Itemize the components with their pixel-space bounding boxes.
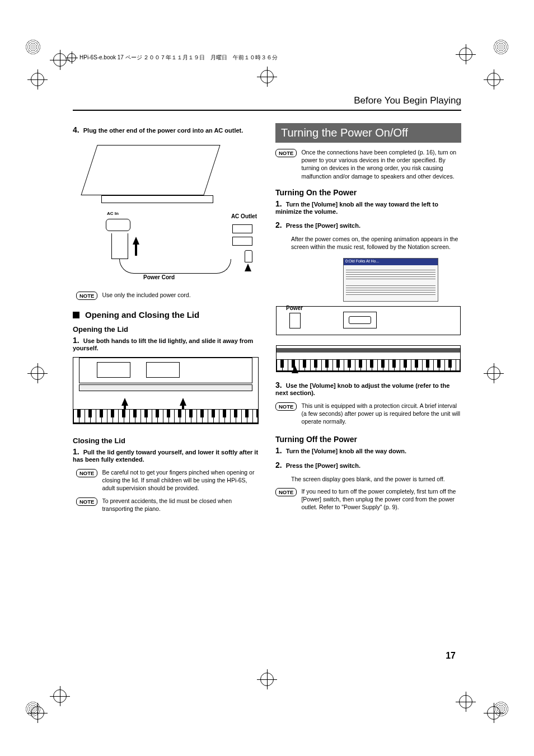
note-protection: NOTE This unit is equipped with a protec… — [275, 402, 461, 426]
note-badge: NOTE — [76, 469, 97, 477]
turning-on-heading: Turning On the Power — [275, 188, 461, 197]
page-header: Before You Begin Playing — [73, 95, 461, 111]
step-number: 2. — [275, 220, 282, 229]
step-number: 1. — [73, 447, 79, 456]
note-badge: NOTE — [275, 402, 297, 411]
subsection-lid: Opening and Closing the Lid — [73, 310, 259, 320]
step-text: Pull the lid gently toward yourself, and… — [73, 449, 258, 463]
subsection-title: Opening and Closing the Lid — [85, 310, 199, 320]
closing-step-1: 1. Pull the lid gently toward yourself, … — [73, 447, 259, 463]
step-number: 1. — [73, 336, 79, 345]
crop-marks-bottom — [0, 692, 534, 725]
on-step-3: 3. Use the [Volume] knob to adjust the v… — [275, 381, 461, 396]
off-step-2-body: The screen display goes blank, and the p… — [291, 475, 461, 483]
note-text: If you need to turn off the power comple… — [301, 487, 461, 511]
step-number: 1. — [275, 446, 282, 455]
note-unplug: NOTE If you need to turn off the power c… — [275, 487, 461, 511]
note-transport: NOTE To prevent accidents, the lid must … — [76, 497, 259, 513]
step-text: Plug the other end of the power cord int… — [83, 127, 243, 134]
doc-meta-text: HPi-6S-e.book 17 ページ ２００７年１１月１９日 月曜日 午前１… — [79, 54, 278, 62]
page-title: Before You Begin Playing — [354, 95, 461, 106]
registration-mark-icon — [487, 73, 500, 86]
step-number: 2. — [275, 461, 282, 469]
note-badge: NOTE — [275, 149, 297, 157]
closing-heading: Closing the Lid — [73, 436, 259, 445]
step-text: Use the [Volume] knob to adjust the volu… — [275, 382, 449, 396]
note-text: Use only the included power cord. — [102, 291, 190, 299]
note-badge: NOTE — [275, 488, 297, 496]
registration-mark-icon — [459, 48, 472, 61]
doc-meta-line: HPi-6S-e.book 17 ページ ２００７年１１月１９日 月曜日 午前１… — [67, 53, 278, 62]
registration-mark-icon — [31, 73, 44, 86]
note-power-cord: NOTE Use only the included power cord. — [76, 291, 259, 300]
step-text: Press the [Power] switch. — [286, 462, 360, 469]
note-fingers: NOTE Be careful not to get your fingers … — [76, 468, 259, 492]
note-badge: NOTE — [76, 497, 97, 506]
registration-mark-icon — [260, 70, 274, 83]
note-badge: NOTE — [76, 292, 97, 300]
off-step-1: 1. Turn the [Volume] knob all the way do… — [275, 446, 461, 455]
step-number: 4. — [73, 125, 79, 134]
on-step-2-body: After the power comes on, the opening an… — [291, 235, 461, 251]
page-content: 4. Plug the other end of the power cord … — [73, 123, 461, 644]
step-number: 1. — [275, 199, 282, 208]
registration-mark-icon — [487, 367, 500, 380]
note-text: Once the connections have been completed… — [301, 148, 461, 180]
figure-power-on: 0:Old Folks At Ho... Power — [275, 255, 461, 373]
power-cord-label: Power Cord — [143, 274, 175, 280]
note-text: Be careful not to get your fingers pinch… — [102, 468, 259, 492]
opening-heading: Opening the Lid — [73, 325, 259, 334]
registration-mark-icon — [260, 673, 274, 686]
opening-step-1: 1. Use both hands to lift the lid lightl… — [73, 336, 259, 351]
note-text: To prevent accidents, the lid must be cl… — [102, 497, 259, 513]
power-label: Power — [286, 305, 303, 311]
note-connections: NOTE Once the connections have been comp… — [275, 148, 461, 180]
off-step-2: 2. Press the [Power] switch. — [275, 461, 461, 469]
registration-mark-icon — [53, 53, 67, 67]
step-text: Turn the [Volume] knob all the way down. — [286, 448, 406, 454]
ac-outlet-label: AC Outlet — [231, 213, 257, 219]
square-bullet-icon — [73, 312, 79, 318]
section-banner: Turning the Power On/Off — [275, 123, 461, 143]
registration-mark-icon — [487, 706, 500, 720]
left-column: 4. Plug the other end of the power cord … — [73, 123, 259, 644]
ac-in-label: AC In — [107, 211, 119, 216]
page-number: 17 — [446, 651, 456, 661]
registration-mark-icon — [459, 695, 472, 708]
on-step-2: 2. Press the [Power] switch. — [275, 220, 461, 229]
step-text: Turn the [Volume] knob all the way towar… — [275, 201, 438, 215]
figure-power-connection: AC In AC Outlet Power Cord — [78, 140, 259, 280]
registration-mark-icon — [67, 53, 76, 62]
notation-title: 0:Old Folks At Ho... — [344, 259, 438, 265]
registration-mark-icon — [31, 367, 44, 380]
registration-mark-icon — [53, 689, 67, 703]
step-text: Use both hands to lift the lid lightly, … — [73, 337, 253, 351]
step-4: 4. Plug the other end of the power cord … — [73, 125, 259, 134]
turning-off-heading: Turning Off the Power — [275, 435, 461, 444]
right-column: Turning the Power On/Off NOTE Once the c… — [275, 123, 461, 644]
step-number: 3. — [275, 381, 282, 389]
note-text: This unit is equipped with a protection … — [301, 402, 461, 426]
step-text: Press the [Power] switch. — [286, 222, 360, 229]
registration-mark-icon — [31, 706, 44, 720]
figure-lid — [73, 357, 259, 424]
on-step-1: 1. Turn the [Volume] knob all the way to… — [275, 199, 461, 215]
